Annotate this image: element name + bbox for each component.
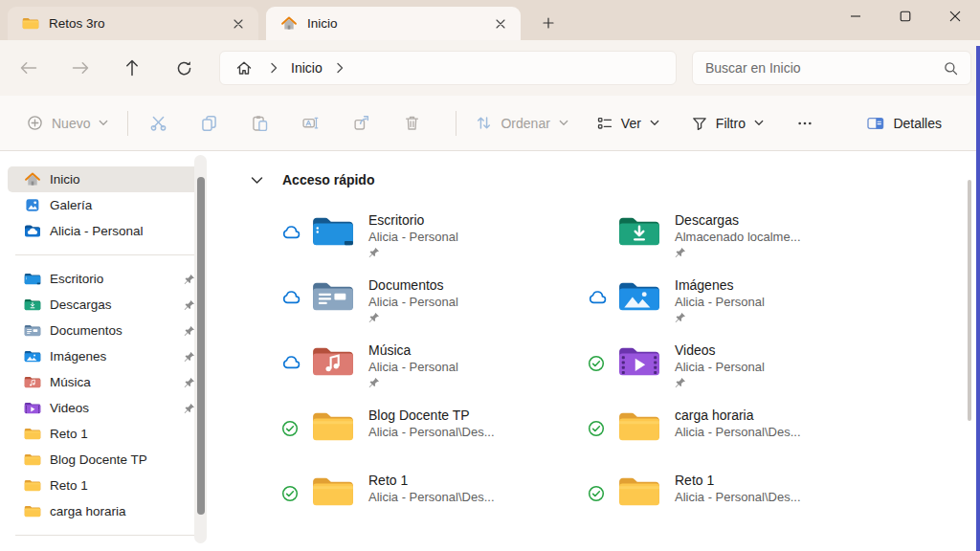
folder-pictures-icon bbox=[617, 278, 661, 315]
sidebar-item-reto-1[interactable]: Reto 1 bbox=[8, 473, 203, 498]
folder-downloads-icon bbox=[617, 213, 661, 250]
sidebar-item-m-sica[interactable]: Música bbox=[8, 369, 203, 395]
file-item-reto-1[interactable]: Reto 1Alicia - Personal\Des... bbox=[276, 471, 582, 536]
new-tab-button[interactable] bbox=[534, 10, 563, 36]
file-item-documentos[interactable]: DocumentosAlicia - Personal bbox=[276, 276, 582, 341]
sidebar-scrollbar[interactable] bbox=[197, 177, 205, 515]
sidebar-item-escritorio[interactable]: Escritorio bbox=[8, 266, 203, 292]
sidebar-item-descargas[interactable]: Descargas bbox=[8, 292, 203, 318]
file-item-escritorio[interactable]: EscritorioAlicia - Personal bbox=[276, 210, 582, 276]
details-label: Detalles bbox=[893, 116, 942, 131]
breadcrumb-location[interactable]: Inicio bbox=[291, 60, 323, 76]
chevron-right-icon[interactable] bbox=[323, 62, 357, 74]
minimize-button[interactable] bbox=[831, 0, 880, 33]
details-pane-icon bbox=[867, 116, 884, 131]
folder-icon bbox=[617, 408, 661, 445]
tab-label: Inicio bbox=[307, 16, 489, 31]
file-text: Blog Docente TPAlicia - Personal\Des... bbox=[368, 408, 495, 440]
file-text: DescargasAlmacenado localme... bbox=[675, 212, 801, 258]
back-button[interactable] bbox=[12, 52, 45, 84]
view-button[interactable]: Ver bbox=[590, 109, 667, 138]
file-text: DocumentosAlicia - Personal bbox=[368, 277, 458, 323]
file-text: EscritorioAlicia - Personal bbox=[368, 212, 458, 258]
refresh-button[interactable] bbox=[167, 52, 200, 84]
sidebar-item-blog-docente-tp[interactable]: Blog Docente TP bbox=[8, 447, 203, 473]
sidebar-item-label: Galería bbox=[50, 198, 92, 212]
file-text: ImágenesAlicia - Personal bbox=[675, 277, 765, 323]
new-label: Nuevo bbox=[52, 116, 90, 131]
home-icon bbox=[280, 16, 298, 31]
window-controls bbox=[831, 0, 980, 33]
sort-label: Ordenar bbox=[501, 116, 549, 131]
cloud-status-icon bbox=[281, 225, 302, 240]
breadcrumb-home-icon[interactable] bbox=[232, 60, 256, 76]
sidebar-item-carga-horaria[interactable]: carga horaria bbox=[8, 498, 203, 524]
file-item-im-genes[interactable]: ImágenesAlicia - Personal bbox=[582, 276, 888, 341]
synced-status-icon bbox=[281, 420, 302, 437]
file-location: Alicia - Personal\Des... bbox=[368, 489, 495, 505]
cut-button[interactable] bbox=[140, 106, 176, 141]
folder-icon bbox=[24, 504, 42, 518]
file-item-m-sica[interactable]: MúsicaAlicia - Personal bbox=[276, 341, 582, 406]
sort-button[interactable]: Ordenar bbox=[468, 108, 575, 138]
chevron-down-icon[interactable] bbox=[251, 176, 263, 185]
sidebar-item-label: Reto 1 bbox=[50, 478, 88, 493]
filter-button[interactable]: Filtro bbox=[684, 109, 771, 138]
chevron-down-icon bbox=[559, 120, 568, 126]
breadcrumb[interactable]: Inicio bbox=[219, 51, 677, 85]
rename-button[interactable] bbox=[292, 106, 328, 141]
search-input[interactable] bbox=[705, 60, 944, 76]
more-button[interactable] bbox=[787, 106, 823, 141]
folder-videos-icon bbox=[617, 343, 661, 380]
navigation-bar: Inicio bbox=[0, 40, 980, 96]
sidebar-item-label: Escritorio bbox=[50, 272, 103, 286]
new-button[interactable]: Nuevo bbox=[19, 108, 116, 138]
tab-close-icon[interactable] bbox=[227, 12, 250, 35]
file-item-carga-horaria[interactable]: carga horariaAlicia - Personal\Des... bbox=[582, 406, 888, 471]
sidebar-item-im-genes[interactable]: Imágenes bbox=[8, 343, 203, 369]
up-button[interactable] bbox=[116, 52, 148, 84]
file-item-reto-1[interactable]: Reto 1Alicia - Personal\Des... bbox=[582, 471, 888, 536]
folder-music-icon bbox=[311, 343, 355, 380]
tab-retos-3ro[interactable]: Retos 3ro bbox=[8, 7, 258, 40]
paste-button[interactable] bbox=[241, 106, 278, 141]
filter-label: Filtro bbox=[716, 116, 746, 131]
sidebar-item-documentos[interactable]: Documentos bbox=[8, 318, 203, 343]
chevron-right-icon[interactable] bbox=[256, 62, 291, 74]
tab-inicio[interactable]: Inicio bbox=[266, 7, 521, 40]
sidebar-item-reto-1[interactable]: Reto 1 bbox=[8, 421, 203, 447]
file-location: Alicia - Personal\Des... bbox=[675, 424, 801, 440]
close-button[interactable] bbox=[930, 0, 980, 33]
file-text: MúsicaAlicia - Personal bbox=[368, 342, 458, 388]
sidebar-item-videos[interactable]: Videos bbox=[8, 395, 203, 421]
folder-icon bbox=[24, 478, 42, 493]
sidebar-item-galer-a[interactable]: Galería bbox=[8, 192, 203, 218]
maximize-button[interactable] bbox=[880, 0, 930, 33]
file-item-descargas[interactable]: DescargasAlmacenado localme... bbox=[582, 210, 888, 276]
chevron-down-icon bbox=[754, 120, 764, 126]
file-location: Alicia - Personal\Des... bbox=[675, 489, 801, 505]
sidebar-item-label: Alicia - Personal bbox=[50, 224, 144, 238]
folder-icon bbox=[24, 452, 42, 467]
cloud-status-icon bbox=[281, 290, 302, 305]
view-label: Ver bbox=[621, 116, 641, 131]
file-location: Alicia - Personal bbox=[675, 294, 765, 310]
sidebar-item-inicio[interactable]: Inicio bbox=[8, 166, 203, 192]
share-button[interactable] bbox=[343, 106, 379, 141]
forward-button[interactable] bbox=[64, 52, 97, 84]
details-button[interactable]: Detalles bbox=[859, 109, 949, 138]
sidebar-item-alicia-personal[interactable]: Alicia - Personal bbox=[8, 218, 203, 244]
quick-access-header[interactable]: Acceso rápido bbox=[251, 170, 967, 189]
synced-status-icon bbox=[588, 485, 609, 502]
file-item-videos[interactable]: VideosAlicia - Personal bbox=[582, 341, 888, 406]
content-scrollbar[interactable] bbox=[968, 180, 971, 421]
chevron-down-icon bbox=[650, 120, 659, 126]
search-box bbox=[692, 51, 971, 85]
pin-icon bbox=[675, 312, 765, 323]
sidebar-item-label: Imágenes bbox=[50, 349, 106, 364]
delete-button[interactable] bbox=[393, 106, 430, 141]
sidebar-item-label: Documentos bbox=[50, 323, 122, 338]
copy-button[interactable] bbox=[190, 106, 227, 141]
tab-close-icon[interactable] bbox=[489, 12, 512, 35]
file-item-blog-docente-tp[interactable]: Blog Docente TPAlicia - Personal\Des... bbox=[276, 406, 582, 471]
